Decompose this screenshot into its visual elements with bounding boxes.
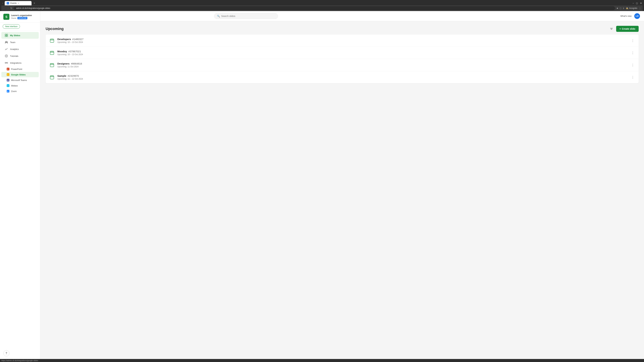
svg-point-9 [5,55,8,57]
search-input[interactable] [221,15,275,17]
sidebar-item-label: Integrations [10,62,22,64]
create-button-label: Create slido [622,27,635,30]
search-box[interactable]: 🔍 [214,13,278,19]
svg-rect-5 [6,35,8,37]
event-more-button[interactable]: ⋮ [630,50,635,56]
active-tab[interactable]: S Events × [5,1,32,5]
filter-button[interactable] [609,26,614,31]
sidebar-item-label: Team [10,41,16,43]
sidebar-sub-item-powerpoint[interactable]: P PowerPoint [1,66,39,72]
incognito-label: 🕵 Incognito [626,7,637,9]
svg-text:W: W [8,85,9,86]
sidebar-sub-item-google-slides[interactable]: G Google Slides [1,72,39,77]
org-role: Owner [11,17,16,19]
event-name: Sample [57,74,66,77]
sidebar-item-analytics[interactable]: Analytics [1,46,39,52]
forward-button[interactable]: → [6,7,9,10]
minimize-button[interactable]: − [632,2,634,4]
upgrade-badge[interactable]: UPGRADE [18,17,27,19]
sidebar-item-team[interactable]: Team [1,39,39,45]
menu-button[interactable]: ⋮ [639,7,641,10]
event-date: Upcoming: 10 – 13 Oct 2024 [57,53,630,56]
bookmark-button[interactable]: ★ [616,7,618,9]
integrations-icon [5,61,8,64]
main-content: 🔍 What's new LD Upcoming [40,11,644,359]
sidebar-item-tutorials[interactable]: Tutorials [1,53,39,59]
sidebar: S Lauren's organization Owner UPGRADE Ne… [0,11,40,359]
event-name-row: Sample #2329970 [57,74,630,77]
event-id: #1480327 [72,38,84,40]
close-window-button[interactable]: ✕ [640,2,642,4]
sidebar-sub-item-microsoft-teams[interactable]: M Microsoft Teams [1,77,39,83]
event-info: Designers #8664816 Upcoming: 11 Oct 2024 [57,62,630,68]
whats-new-link[interactable]: What's new [620,15,632,17]
content-area: Upcoming + Create slido [40,21,644,88]
microsoft-teams-icon: M [7,79,10,81]
status-bar: https://admin.sli.do/integrations/google… [0,359,644,362]
sidebar-item-integrations[interactable]: Integrations [1,59,39,66]
back-button[interactable]: ← [3,7,5,10]
my-slidos-icon [5,34,8,37]
section-title: Upcoming [46,27,64,31]
event-more-button[interactable]: ⋮ [630,38,635,43]
google-slides-icon: G [7,73,10,76]
svg-rect-30 [50,63,54,67]
svg-rect-10 [5,62,6,63]
sidebar-header: S Lauren's organization Owner UPGRADE [0,11,40,23]
extensions-button[interactable]: □ [620,7,621,9]
help-button[interactable]: ? [3,350,10,356]
event-calendar-icon [49,50,55,56]
svg-rect-26 [50,51,54,55]
tab-title: Events [10,2,16,4]
svg-rect-2 [5,34,6,35]
tab-favicon: S [7,2,9,4]
create-slido-button[interactable]: + Create slido [616,26,639,32]
event-id: #2329970 [68,74,79,77]
svg-point-8 [5,41,6,42]
search-icon: 🔍 [217,15,220,17]
new-tab-button[interactable]: + [32,1,36,5]
address-bar-container[interactable]: admin.sli.do/integrations/google-slides [14,6,615,10]
event-date: Upcoming: 11 – 12 Oct 2024 [57,78,630,80]
sidebar-sub-item-label: Webex [11,84,18,87]
new-interface-button[interactable]: New interface [3,24,20,29]
svg-rect-4 [5,35,6,37]
event-name: Designers [57,62,70,65]
sidebar-sub-item-zoom[interactable]: Z Zoom [1,88,39,94]
tab-back-arrow[interactable]: ‹ [1,1,4,5]
svg-point-13 [6,62,7,63]
event-name: Moodoy [57,50,67,53]
tutorials-icon [5,54,8,58]
svg-text:Z: Z [8,91,8,92]
svg-point-7 [7,41,8,42]
event-id: #8664816 [71,62,82,65]
svg-rect-34 [50,76,54,79]
event-more-button[interactable]: ⋮ [630,74,635,80]
event-calendar-icon [49,62,55,68]
refresh-button[interactable]: ↻ [10,7,12,9]
svg-rect-3 [6,34,8,35]
sidebar-nav: My Slidos Team [0,30,40,348]
event-name-row: Developers #1480327 [57,38,630,40]
maximize-button[interactable]: ◻ [636,2,638,4]
user-avatar[interactable]: LD [634,13,640,19]
browser-chrome: ‹ S Events × + − ◻ ✕ ← → ↻ admin.sli.do/… [0,0,644,11]
section-header: Upcoming + Create slido [46,26,639,32]
download-button[interactable]: ⇓ [622,7,624,9]
zoom-icon: Z [7,90,10,92]
event-date: Upcoming: 10 – 13 Oct 2024 [57,41,630,43]
sidebar-item-my-slidos[interactable]: My Slidos [1,32,39,39]
tab-close[interactable]: × [18,2,19,4]
sidebar-item-label: Analytics [10,48,19,50]
sidebar-sub-item-label: PowerPoint [11,68,22,70]
sidebar-sub-item-label: Google Slides [11,73,26,76]
event-id: #37867021 [68,50,81,53]
event-item: Moodoy #37867021 Upcoming: 10 – 13 Oct 2… [46,47,639,59]
svg-text:M: M [8,80,8,81]
event-more-button[interactable]: ⋮ [630,62,635,68]
event-calendar-icon [49,37,55,43]
event-info: Sample #2329970 Upcoming: 11 – 12 Oct 20… [57,74,630,80]
sidebar-sub-item-webex[interactable]: W Webex [1,83,39,88]
event-item: Sample #2329970 Upcoming: 11 – 12 Oct 20… [46,71,639,83]
app-wrapper: S Lauren's organization Owner UPGRADE Ne… [0,11,644,359]
